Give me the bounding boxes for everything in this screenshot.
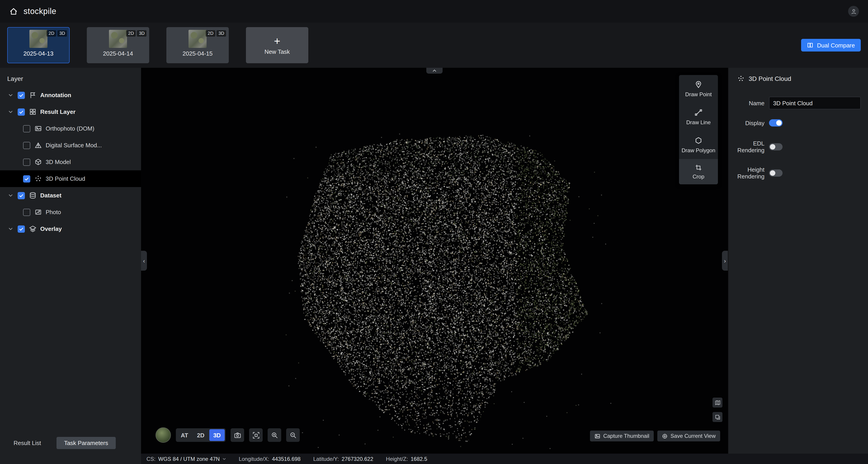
height-rendering-label: Height Rendering bbox=[728, 166, 765, 180]
checkbox-unchecked[interactable] bbox=[23, 158, 30, 166]
top-header: stockpile bbox=[0, 0, 868, 23]
task-thumbnail bbox=[29, 30, 48, 48]
checkbox-unchecked[interactable] bbox=[23, 208, 30, 216]
save-current-view-label: Save Current View bbox=[671, 433, 716, 439]
mode-3d-button[interactable]: 3D bbox=[209, 429, 225, 441]
height-rendering-toggle[interactable] bbox=[769, 169, 782, 177]
fit-view-button[interactable] bbox=[249, 428, 263, 442]
tab-task-parameters[interactable]: Task Parameters bbox=[56, 437, 116, 449]
user-avatar-icon[interactable] bbox=[848, 6, 859, 17]
display-label: Display bbox=[728, 120, 765, 126]
chevron-down-icon[interactable] bbox=[222, 458, 226, 460]
basemap-toggle-button[interactable] bbox=[712, 398, 722, 407]
layer-label: Annotation bbox=[40, 92, 71, 99]
draw-line-label: Draw Line bbox=[686, 119, 711, 126]
new-task-button[interactable]: + New Task bbox=[246, 27, 308, 63]
task-card-2025-04-13[interactable]: 2D 3D 2025-04-13 bbox=[7, 27, 70, 63]
draw-line-button[interactable]: Draw Line bbox=[679, 103, 718, 131]
height-label: Height/Z: bbox=[386, 456, 408, 462]
bottom-tabs: Result List Task Parameters bbox=[0, 437, 141, 449]
home-icon[interactable] bbox=[9, 7, 18, 16]
mode-2d-button[interactable]: 2D bbox=[193, 429, 209, 441]
map-icon bbox=[715, 400, 720, 405]
layer-row-3d-model[interactable]: 3D Model bbox=[0, 154, 141, 170]
name-field-row: Name bbox=[728, 97, 868, 109]
inspector-header: 3D Point Cloud bbox=[728, 68, 868, 87]
save-view-icon bbox=[662, 433, 668, 439]
chevron-down-icon[interactable] bbox=[8, 93, 14, 98]
tab-result-list[interactable]: Result List bbox=[13, 440, 41, 446]
task-thumbnail bbox=[109, 30, 127, 48]
layer-row-3d-point-cloud[interactable]: 3D Point Cloud bbox=[0, 170, 141, 187]
layer-row-annotation[interactable]: Annotation bbox=[0, 87, 141, 103]
point-cloud-icon bbox=[34, 175, 42, 183]
chevron-down-icon[interactable] bbox=[8, 109, 14, 114]
collapse-top-handle[interactable] bbox=[426, 68, 442, 74]
point-cloud-render[interactable] bbox=[141, 68, 728, 452]
app-root: stockpile 2D 3D 2025-04-13 2D 3D 2025-04… bbox=[0, 0, 868, 464]
layer-row-overlay[interactable]: Overlay bbox=[0, 221, 141, 237]
task-badges: 2D 3D bbox=[126, 30, 147, 37]
capture-thumbnail-button[interactable]: Capture Thumbnail bbox=[590, 431, 654, 441]
edl-rendering-toggle[interactable] bbox=[769, 143, 782, 151]
checkbox-checked[interactable] bbox=[18, 92, 25, 99]
checkbox-checked[interactable] bbox=[23, 175, 30, 182]
mode-at-button[interactable]: AT bbox=[177, 429, 192, 441]
coordinate-system[interactable]: CS: WGS 84 / UTM zone 47N bbox=[147, 456, 226, 462]
latitude-label: Latitude/Y: bbox=[313, 456, 339, 462]
draw-toolbar: Draw Point Draw Line Draw Polygon Crop bbox=[679, 75, 718, 184]
task-card-2025-04-15[interactable]: 2D 3D 2025-04-15 bbox=[166, 27, 229, 63]
badge-3d: 3D bbox=[137, 30, 147, 37]
layer-row-dsm[interactable]: Digital Surface Mod... bbox=[0, 137, 141, 154]
draw-polygon-button[interactable]: Draw Polygon bbox=[679, 131, 718, 159]
flag-icon bbox=[29, 91, 37, 99]
task-card-2025-04-14[interactable]: 2D 3D 2025-04-14 bbox=[87, 27, 149, 63]
task-thumbnail bbox=[188, 30, 207, 48]
side-mini-buttons bbox=[712, 398, 722, 422]
crop-button[interactable]: Crop bbox=[679, 159, 718, 184]
main-area: Layer Annotation Result Layer Orthophoto… bbox=[0, 68, 868, 454]
layer-label: 3D Model bbox=[46, 159, 71, 165]
minimap-globe[interactable] bbox=[156, 427, 171, 443]
draw-polygon-label: Draw Polygon bbox=[682, 147, 715, 154]
task-bar: 2D 3D 2025-04-13 2D 3D 2025-04-14 2D 3D … bbox=[0, 23, 868, 68]
draw-point-button[interactable]: Draw Point bbox=[679, 75, 718, 103]
draw-point-label: Draw Point bbox=[685, 91, 712, 98]
zoom-out-button[interactable] bbox=[286, 428, 300, 442]
zoom-in-icon bbox=[271, 431, 278, 439]
task-date: 2025-04-13 bbox=[24, 50, 54, 57]
new-task-label: New Task bbox=[265, 48, 290, 55]
terrain-icon bbox=[34, 141, 42, 149]
layer-panel-title: Layer bbox=[0, 68, 141, 87]
dual-compare-button[interactable]: Dual Compare bbox=[801, 39, 861, 52]
layer-row-orthophoto[interactable]: Orthophoto (DOM) bbox=[0, 120, 141, 137]
checkbox-checked[interactable] bbox=[18, 108, 25, 115]
save-current-view-button[interactable]: Save Current View bbox=[657, 431, 720, 441]
collapse-left-handle[interactable]: ‹ bbox=[141, 251, 147, 271]
chevron-down-icon[interactable] bbox=[8, 226, 14, 231]
viewport-3d[interactable]: ‹ › Draw Point Draw Line Draw Polygon bbox=[141, 68, 728, 454]
checkbox-unchecked[interactable] bbox=[23, 142, 30, 149]
checkbox-unchecked[interactable] bbox=[23, 125, 30, 132]
collapse-right-handle[interactable]: › bbox=[722, 251, 728, 271]
checkbox-checked[interactable] bbox=[18, 225, 25, 232]
zoom-out-icon bbox=[289, 431, 297, 439]
layer-row-dataset[interactable]: Dataset bbox=[0, 187, 141, 204]
name-label: Name bbox=[728, 100, 765, 106]
viewport-toolbar: AT 2D 3D bbox=[156, 427, 300, 443]
inspector-panel: 3D Point Cloud Name Display EDL Renderin… bbox=[728, 68, 868, 454]
chevron-down-icon[interactable] bbox=[8, 193, 14, 198]
scene-layer-button[interactable] bbox=[712, 412, 722, 422]
line-icon bbox=[694, 108, 703, 117]
crop-label: Crop bbox=[692, 173, 704, 179]
layer-row-result-layer[interactable]: Result Layer bbox=[0, 103, 141, 120]
zoom-in-button[interactable] bbox=[268, 428, 281, 442]
layer-row-photo[interactable]: Photo bbox=[0, 204, 141, 221]
layer-label: 3D Point Cloud bbox=[46, 175, 85, 182]
screenshot-button[interactable] bbox=[230, 428, 244, 442]
height-value: 1682.5 bbox=[411, 456, 427, 462]
name-input[interactable] bbox=[769, 97, 861, 109]
display-toggle[interactable] bbox=[769, 119, 782, 127]
checkbox-checked[interactable] bbox=[18, 192, 25, 199]
layer-panel: Layer Annotation Result Layer Orthophoto… bbox=[0, 68, 141, 454]
